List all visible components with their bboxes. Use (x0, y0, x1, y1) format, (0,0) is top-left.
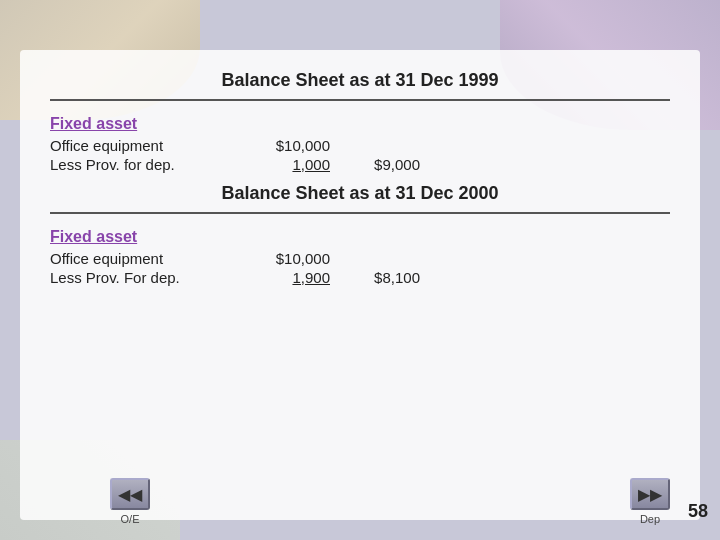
label-less-prov-1: Less Prov. for dep. (50, 156, 250, 173)
row-less-prov-2: Less Prov. For dep. 1,900 $8,100 (50, 269, 670, 286)
fixed-asset-label-1: Fixed asset (50, 115, 670, 133)
total-2: $8,100 (340, 269, 420, 286)
divider-1 (50, 99, 670, 101)
nav-button-left[interactable]: ◀◀ (110, 478, 150, 510)
amount-less-prov-1: 1,000 (250, 156, 330, 173)
main-content: Balance Sheet as at 31 Dec 1999 Fixed as… (20, 50, 700, 520)
section-2000-title: Balance Sheet as at 31 Dec 2000 (50, 183, 670, 204)
nav-label-left: O/E (108, 513, 152, 525)
nav-label-right: Dep (628, 513, 672, 525)
section-2000: Balance Sheet as at 31 Dec 2000 Fixed as… (50, 183, 670, 286)
label-office-equipment-2: Office equipment (50, 250, 250, 267)
label-office-equipment-1: Office equipment (50, 137, 250, 154)
total-1: $9,000 (340, 156, 420, 173)
amount-less-prov-2: 1,900 (250, 269, 330, 286)
row-office-equipment-1: Office equipment $10,000 (50, 137, 670, 154)
section-1999: Balance Sheet as at 31 Dec 1999 Fixed as… (50, 70, 670, 173)
divider-2 (50, 212, 670, 214)
row-less-prov-1: Less Prov. for dep. 1,000 $9,000 (50, 156, 670, 173)
label-less-prov-2: Less Prov. For dep. (50, 269, 250, 286)
section-1999-title: Balance Sheet as at 31 Dec 1999 (50, 70, 670, 91)
fixed-asset-label-2: Fixed asset (50, 228, 670, 246)
row-office-equipment-2: Office equipment $10,000 (50, 250, 670, 267)
amount-office-equipment-1: $10,000 (250, 137, 330, 154)
nav-button-right[interactable]: ▶▶ (630, 478, 670, 510)
amount-office-equipment-2: $10,000 (250, 250, 330, 267)
page-number: 58 (688, 501, 708, 522)
